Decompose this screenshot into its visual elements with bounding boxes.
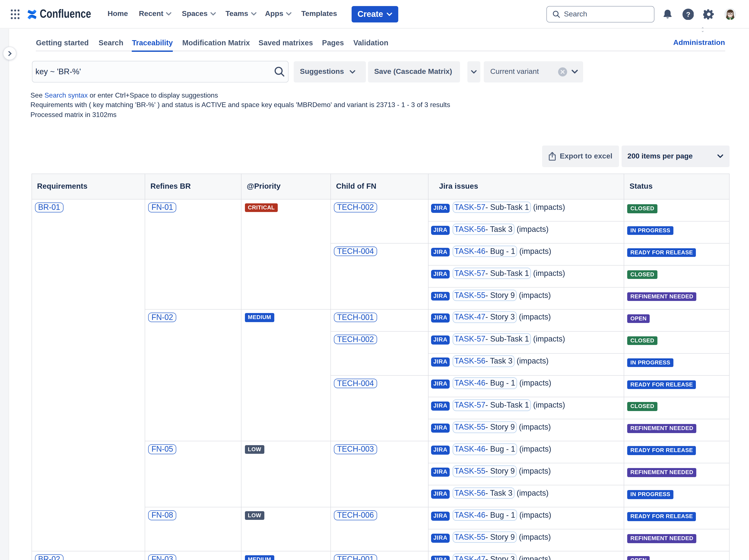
svg-text:?: ? xyxy=(686,10,690,18)
